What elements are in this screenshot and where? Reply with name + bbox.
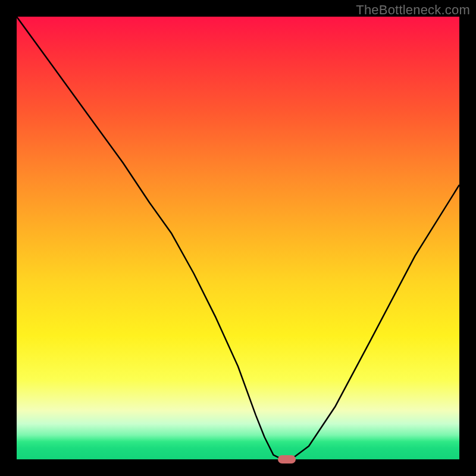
chart-root: TheBottleneck.com bbox=[0, 0, 476, 476]
bottleneck-curve bbox=[17, 17, 459, 459]
curve-svg bbox=[17, 17, 459, 459]
watermark-text: TheBottleneck.com bbox=[356, 2, 470, 18]
optimal-marker bbox=[278, 455, 296, 464]
plot-area bbox=[17, 17, 459, 459]
